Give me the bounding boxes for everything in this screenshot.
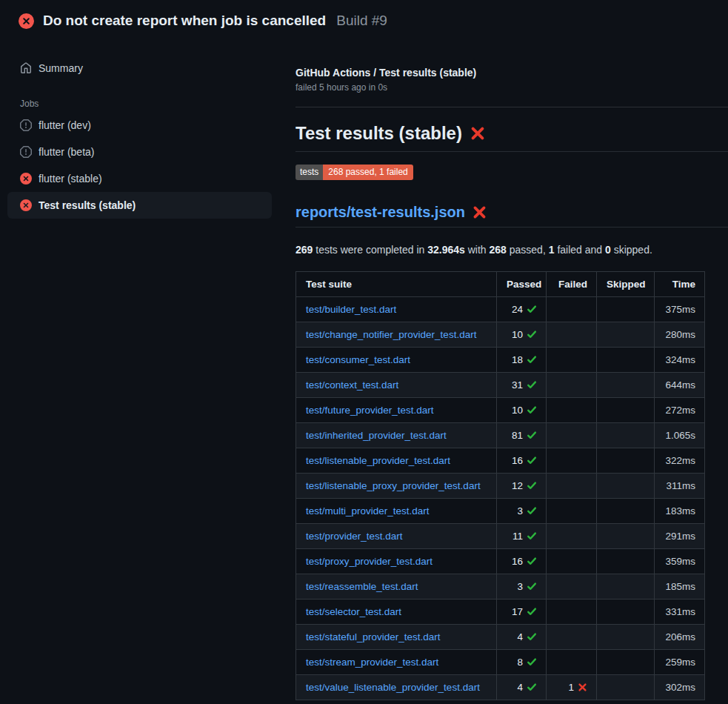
suite-cell: test/reassemble_test.dart	[296, 574, 497, 600]
check-icon	[527, 430, 537, 440]
test-suite-link[interactable]: test/future_provider_test.dart	[306, 405, 434, 416]
passed-cell: 8	[497, 650, 547, 675]
skipped-cell	[597, 549, 655, 574]
test-table-body: test/builder_test.dart24375mstest/change…	[296, 297, 705, 700]
sidebar-item-flutter-stable[interactable]: flutter (stable)	[7, 165, 272, 192]
check-icon	[527, 354, 537, 365]
sidebar-item-flutter-dev[interactable]: flutter (dev)	[7, 112, 272, 139]
suite-cell: test/change_notifier_provider_test.dart	[296, 322, 497, 348]
test-suite-link[interactable]: test/stream_provider_test.dart	[306, 657, 438, 668]
check-icon	[527, 581, 537, 591]
skipped-cell	[597, 650, 655, 675]
test-suite-link[interactable]: test/stateful_provider_test.dart	[306, 631, 441, 642]
test-suite-link[interactable]: test/multi_provider_test.dart	[306, 505, 430, 517]
test-suite-link[interactable]: test/listenable_provider_test.dart	[306, 455, 450, 466]
badge-label: tests	[295, 165, 323, 180]
time-cell: 359ms	[655, 549, 705, 574]
suite-cell: test/listenable_proxy_provider_test.dart	[296, 474, 497, 499]
passed-cell: 16	[497, 448, 547, 474]
passed-cell: 3	[497, 574, 547, 600]
check-icon	[527, 657, 537, 667]
table-row: test/selector_test.dart17331ms	[296, 600, 705, 625]
skipped-cell	[597, 297, 655, 322]
test-suite-link[interactable]: test/builder_test.dart	[306, 304, 396, 315]
check-icon	[527, 480, 537, 491]
passed-cell: 10	[497, 398, 547, 423]
suite-cell: test/selector_test.dart	[296, 600, 497, 625]
test-suite-link[interactable]: test/listenable_proxy_provider_test.dart	[306, 480, 481, 491]
sidebar-item-flutter-beta[interactable]: flutter (beta)	[7, 139, 272, 165]
time-cell: 324ms	[655, 348, 705, 373]
table-row: test/context_test.dart31644ms	[296, 373, 705, 398]
check-icon	[527, 379, 537, 390]
suite-cell: test/stream_provider_test.dart	[296, 650, 497, 675]
time-cell: 185ms	[655, 574, 705, 600]
time-cell: 375ms	[655, 297, 705, 322]
report-file-link[interactable]: reports/test-results.json	[295, 203, 465, 222]
suite-cell: test/consumer_test.dart	[296, 348, 497, 373]
test-suite-link[interactable]: test/value_listenable_provider_test.dart	[306, 682, 480, 693]
cancelled-stop-icon	[20, 119, 32, 131]
time-cell: 644ms	[655, 373, 705, 398]
passed-cell: 3	[497, 499, 547, 524]
test-suite-link[interactable]: test/proxy_provider_test.dart	[306, 556, 433, 567]
failed-cell	[547, 322, 597, 348]
x-circle-fill-icon	[19, 13, 34, 29]
column-header-test-suite: Test suite	[296, 272, 497, 297]
time-cell: 259ms	[655, 650, 705, 675]
test-suite-link[interactable]: test/consumer_test.dart	[306, 354, 410, 365]
sidebar-job-label: flutter (dev)	[39, 119, 91, 131]
suite-cell: test/value_listenable_provider_test.dart	[296, 675, 497, 700]
time-cell: 302ms	[655, 675, 705, 700]
check-icon	[527, 631, 537, 642]
sidebar-item-test-results-stable[interactable]: Test results (stable)	[7, 192, 272, 219]
failed-cell	[547, 600, 597, 625]
suite-cell: test/listenable_provider_test.dart	[296, 448, 497, 474]
skipped-cell	[597, 625, 655, 650]
time-cell: 280ms	[655, 322, 705, 348]
cancelled-stop-icon	[20, 146, 32, 158]
skipped-cell	[597, 322, 655, 348]
check-icon	[527, 531, 537, 541]
skipped-cell	[597, 373, 655, 398]
x-circle-fill-icon	[20, 173, 32, 185]
failed-cell	[547, 549, 597, 574]
suite-cell: test/builder_test.dart	[296, 297, 497, 322]
failed-cell	[547, 423, 597, 448]
table-row: test/proxy_provider_test.dart16359ms	[296, 549, 705, 574]
time-cell: 291ms	[655, 524, 705, 549]
sidebar: Summary Jobs flutter (dev) flutter (beta…	[0, 39, 290, 219]
time-cell: 183ms	[655, 499, 705, 524]
skipped-cell	[597, 448, 655, 474]
failed-cell	[547, 474, 597, 499]
sidebar-item-summary[interactable]: Summary	[7, 56, 272, 81]
test-suite-link[interactable]: test/selector_test.dart	[306, 606, 401, 617]
suite-cell: test/inherited_provider_test.dart	[296, 423, 497, 448]
test-suite-link[interactable]: test/change_notifier_provider_test.dart	[306, 329, 476, 340]
column-header-time: Time	[655, 272, 705, 297]
passed-cell: 11	[497, 524, 547, 549]
page-title: Do not create report when job is cancell…	[43, 13, 326, 29]
failed-cell	[547, 297, 597, 322]
skipped-cell	[597, 348, 655, 373]
check-icon	[527, 505, 537, 516]
time-cell: 1.065s	[655, 423, 705, 448]
skipped-cell	[597, 574, 655, 600]
breadcrumb: GitHub Actions / Test results (stable)	[295, 67, 728, 79]
check-icon	[527, 556, 537, 566]
test-suite-link[interactable]: test/provider_test.dart	[306, 531, 403, 542]
failed-cross-icon	[472, 205, 487, 219]
test-suite-link[interactable]: test/context_test.dart	[306, 379, 398, 391]
suite-cell: test/future_provider_test.dart	[296, 398, 497, 423]
skipped-cell	[597, 524, 655, 549]
test-suite-link[interactable]: test/reassemble_test.dart	[306, 581, 418, 592]
passed-cell: 4	[497, 675, 547, 700]
test-suite-link[interactable]: test/inherited_provider_test.dart	[306, 430, 447, 441]
passed-cell: 24	[497, 297, 547, 322]
section-heading: Test results (stable)	[295, 122, 728, 152]
header-divider	[295, 107, 728, 107]
sidebar-job-label: flutter (beta)	[39, 146, 94, 158]
table-row: test/future_provider_test.dart10272ms	[296, 398, 705, 423]
failed-cell	[547, 348, 597, 373]
status-line: failed 5 hours ago in 0s	[295, 82, 728, 93]
